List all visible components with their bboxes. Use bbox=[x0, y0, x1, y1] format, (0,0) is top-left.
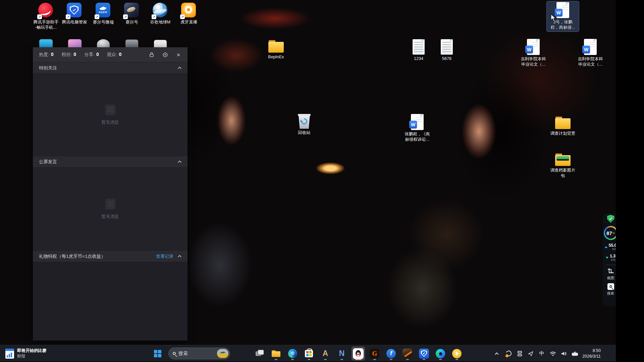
chevron-up-icon[interactable] bbox=[178, 160, 181, 164]
folder-icon bbox=[268, 40, 284, 53]
text-document-icon bbox=[413, 39, 425, 55]
desktop-icon-bepinex[interactable]: BepInEx bbox=[260, 38, 292, 61]
chevron-up-icon[interactable] bbox=[178, 255, 181, 258]
stat-value: 0 bbox=[96, 52, 99, 57]
gradient-n-icon: N bbox=[339, 349, 345, 358]
view-records-link[interactable]: 查看记录 bbox=[156, 253, 173, 259]
desktop-icon-recycle-bin[interactable]: 回收站 bbox=[288, 113, 320, 136]
section-body-chat: 暂无消息 bbox=[33, 167, 187, 250]
desktop-icon-trademark-doc[interactable]: W 张鹏程，《商 标侵权诉讼... bbox=[401, 113, 433, 143]
word-badge: W bbox=[525, 46, 533, 53]
word-document-icon: W bbox=[527, 39, 540, 55]
search-button[interactable]: 搜索 bbox=[607, 283, 614, 296]
taskbar-icon-game-art[interactable] bbox=[401, 347, 414, 360]
word-document-icon: W bbox=[411, 114, 424, 130]
desktop-icon-label: 1234 bbox=[414, 56, 423, 61]
desktop-wallpaper: ↗ 腾讯手游助手 -畅玩手机... ↗ 腾讯电脑管家 SEER ↗ 赛尔号微端 … bbox=[0, 0, 616, 362]
screenshot-button[interactable]: 截图 bbox=[607, 268, 614, 281]
taskbar-icon-qq[interactable] bbox=[352, 347, 365, 360]
empty-state-text: 暂无消息 bbox=[102, 214, 119, 220]
taskbar-icon-app-n[interactable]: N bbox=[335, 347, 348, 360]
taskbar-icon-pc-manager[interactable] bbox=[417, 347, 431, 360]
section-body-follow: 暂无消息 bbox=[33, 73, 187, 156]
store-icon bbox=[305, 350, 313, 357]
desktop-icon-survey-archive[interactable]: 调查档案图片 包 bbox=[547, 151, 579, 180]
desktop-icon-survey-plan[interactable]: 调查计划背景 bbox=[547, 114, 579, 137]
desktop-icon-1234[interactable]: 1234 bbox=[402, 39, 435, 62]
section-title: 公屏发言 bbox=[39, 159, 57, 165]
tray-clock[interactable]: 8:50 2026/3/11 bbox=[582, 348, 601, 359]
close-icon[interactable]: × bbox=[175, 52, 181, 58]
download-unit: K/s bbox=[611, 258, 615, 261]
news-widget-icon bbox=[5, 349, 14, 359]
desktop-icon-tencent-mobile-game-assistant[interactable]: ↗ 腾讯手游助手 -畅玩手机... bbox=[30, 2, 62, 32]
desktop-icon-label: 5678 bbox=[442, 56, 451, 61]
desktop-icon-label: 吉利学院本科 毕业论文（... bbox=[578, 56, 603, 67]
windows-logo-icon bbox=[154, 350, 161, 357]
desktop-icon-thesis-doc-2[interactable]: W 吉利学院本科 毕业论文（... bbox=[574, 38, 606, 68]
desktop-icon-5678[interactable]: 5678 bbox=[431, 39, 463, 62]
word-document-icon: W bbox=[584, 39, 597, 55]
settings-gear-icon[interactable] bbox=[162, 52, 168, 58]
desktop-icon-label: 回收站 bbox=[298, 130, 311, 135]
huya-live-assistant-panel: 热度: 0 粉丝: 0 分享: 0 观众: 0 × 特别关注 bbox=[33, 47, 187, 341]
word-document-icon: W bbox=[556, 2, 569, 18]
widget-subline: 财报 bbox=[17, 354, 47, 359]
search-icon bbox=[607, 283, 614, 290]
shortcut-arrow-icon: ↗ bbox=[152, 14, 156, 19]
start-button[interactable] bbox=[151, 347, 164, 360]
desktop-icon-label: BepInEx bbox=[268, 54, 284, 60]
section-body-gift bbox=[33, 262, 187, 341]
tray-device-icon[interactable] bbox=[571, 349, 579, 359]
desktop-icon-label: 虎牙直播 bbox=[180, 19, 197, 25]
percent-sign: % bbox=[612, 232, 615, 235]
desktop-icon-thesis-doc-1[interactable]: W 吉利学院本科 毕业论文（... bbox=[517, 38, 549, 68]
system-tray: 中 8:50 2026/3/11 bbox=[488, 345, 609, 362]
chevron-up-icon[interactable] bbox=[178, 66, 181, 70]
taskbar-icon-microsoft-store[interactable] bbox=[302, 347, 316, 360]
desktop-icon-huya-live[interactable]: ↗ 虎牙直播 bbox=[173, 2, 205, 26]
pc-manager-side-widget: 87 % 55.0 K/s 1.3 K/s 截图 搜索 bbox=[603, 213, 616, 306]
taskbar-icon-task-view[interactable] bbox=[253, 347, 266, 360]
desktop-icon-tencent-pc-manager[interactable]: ↗ 腾讯电脑管家 bbox=[58, 2, 91, 26]
tray-stacked-icon[interactable] bbox=[516, 349, 523, 359]
tray-chevron-up[interactable] bbox=[494, 349, 501, 359]
section-title: 礼物特权（每1虎牙币=1点收益） bbox=[39, 253, 105, 259]
upload-speed: 55.0 K/s bbox=[605, 243, 616, 251]
acceleration-ball[interactable]: 87 % bbox=[604, 226, 616, 240]
tray-time: 8:50 bbox=[593, 348, 601, 353]
desktop-icon-seer-micro-client[interactable]: SEER ↗ 赛尔号微端 bbox=[87, 2, 119, 26]
taskbar-icon-app-g[interactable]: G bbox=[368, 347, 381, 360]
folder-with-images-icon bbox=[555, 154, 571, 166]
word-badge: W bbox=[409, 121, 417, 128]
divider bbox=[606, 265, 616, 265]
tray-ime-indicator[interactable]: 中 bbox=[538, 349, 545, 359]
taskbar-icon-file-explorer[interactable] bbox=[269, 347, 283, 360]
section-header-follow: 特别关注 bbox=[33, 62, 187, 73]
taskbar-icon-flash-center[interactable]: f bbox=[384, 347, 398, 360]
pinwheel-sphere-icon bbox=[436, 349, 445, 358]
shortcut-arrow-icon: ↗ bbox=[66, 14, 70, 19]
taskbar-icon-video-app[interactable] bbox=[450, 347, 464, 360]
desktop-icon-google-earth[interactable]: ↗ 谷歌地球M bbox=[144, 2, 176, 26]
tray-location-plane-icon[interactable] bbox=[527, 349, 534, 359]
tray-speaker-icon[interactable] bbox=[560, 349, 568, 359]
section-title: 特别关注 bbox=[39, 65, 57, 71]
tray-date: 2026/3/11 bbox=[582, 354, 601, 359]
shortcut-arrow-icon: ↗ bbox=[95, 14, 99, 19]
tray-sync-icon[interactable] bbox=[505, 349, 512, 359]
text-document-icon bbox=[441, 39, 453, 55]
taskbar-icon-lark[interactable] bbox=[434, 347, 447, 360]
tray-wifi-icon[interactable] bbox=[549, 349, 556, 359]
widgets-button[interactable]: 即将开始的比赛 财报 bbox=[2, 347, 50, 360]
upload-arrow-icon bbox=[605, 246, 607, 248]
lock-icon[interactable] bbox=[149, 52, 155, 58]
task-view-icon bbox=[256, 350, 264, 357]
taskbar-search[interactable]: 搜索 bbox=[168, 348, 230, 359]
taskbar-icon-app-a[interactable]: A bbox=[319, 347, 332, 360]
desktop-icon-label: 张鹏程，《商 标侵权诉讼... bbox=[405, 131, 430, 142]
game-art-icon bbox=[402, 349, 413, 359]
search-highlight-image[interactable] bbox=[217, 349, 228, 358]
taskbar-icon-microsoft-edge[interactable] bbox=[286, 347, 299, 360]
desktop-icon-seer[interactable]: ↗ 赛尔号 bbox=[116, 2, 148, 26]
